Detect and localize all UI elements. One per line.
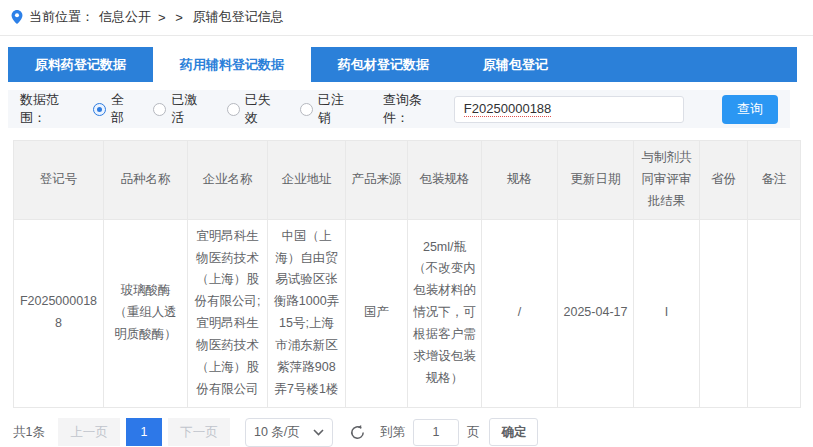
- tab-packaging-material[interactable]: 药包材登记数据: [311, 47, 456, 82]
- header-registration-no: 登记号: [14, 141, 104, 220]
- table-row: F20250000188 玻璃酸酶（重组人透明质酸酶） 宜明昂科生物医药技术（上…: [14, 219, 801, 407]
- goto-page-value: 1: [432, 425, 439, 439]
- query-label: 查询条件：: [383, 91, 446, 127]
- page-unit-label: 页: [467, 424, 480, 441]
- page: 当前位置： 信息公开 > > 原辅包登记信息 原料药登记数据 药用辅料登记数据 …: [0, 0, 813, 447]
- header-company-name: 企业名称: [188, 141, 268, 220]
- goto-label: 到第: [380, 424, 405, 441]
- goto-page-input[interactable]: 1: [413, 419, 459, 446]
- page-size-select[interactable]: 10 条/页: [245, 418, 333, 447]
- cell-province: [700, 219, 748, 407]
- cell-product-name: 玻璃酸酶（重组人透明质酸酶）: [104, 219, 188, 407]
- location-pin-icon: [10, 9, 24, 25]
- tab-raw-material-api[interactable]: 原料药登记数据: [8, 47, 153, 82]
- header-remark: 备注: [748, 141, 801, 220]
- radio-activated-label: 已激活: [171, 91, 208, 127]
- table-header-row: 登记号 品种名称 企业名称 企业地址 产品来源 包装规格 规格 更新日期 与制剂…: [14, 141, 801, 220]
- header-spec: 规格: [482, 141, 558, 220]
- breadcrumb: 当前位置： 信息公开 > > 原辅包登记信息: [0, 0, 813, 36]
- radio-all-label: 全部: [111, 91, 136, 127]
- breadcrumb-separator: > >: [158, 10, 186, 25]
- radio-selected-icon: [93, 103, 106, 116]
- cell-spec: /: [482, 219, 558, 407]
- radio-unselected-icon: [227, 103, 240, 116]
- header-product-name: 品种名称: [104, 141, 188, 220]
- cell-company-name: 宜明昂科生物医药技术（上海）股份有限公司;宜明昂科生物医药技术（上海）股份有限公…: [188, 219, 268, 407]
- radio-expired[interactable]: 已失效: [227, 91, 282, 127]
- pagination-bar: 共1条 上一页 1 下一页 10 条/页 到第 1 页 确定: [13, 418, 800, 447]
- radio-unselected-icon: [300, 103, 313, 116]
- cell-remark: [748, 219, 801, 407]
- header-joint-review-result: 与制剂共同审评审批结果: [634, 141, 700, 220]
- radio-unselected-icon: [153, 103, 166, 116]
- tab-registration[interactable]: 原辅包登记: [456, 47, 575, 82]
- radio-cancelled-label: 已注销: [318, 91, 355, 127]
- header-package-spec: 包装规格: [408, 141, 482, 220]
- page-size-value: 10 条/页: [254, 424, 300, 441]
- chevron-down-icon: [313, 429, 324, 436]
- radio-all[interactable]: 全部: [93, 91, 136, 127]
- radio-cancelled[interactable]: 已注销: [300, 91, 355, 127]
- header-update-date: 更新日期: [558, 141, 634, 220]
- breadcrumb-current: 原辅包登记信息: [193, 8, 284, 26]
- results-table: 登记号 品种名称 企业名称 企业地址 产品来源 包装规格 规格 更新日期 与制剂…: [13, 140, 801, 408]
- radio-activated[interactable]: 已激活: [153, 91, 208, 127]
- header-province: 省份: [700, 141, 748, 220]
- tab-bar: 原料药登记数据 药用辅料登记数据 药包材登记数据 原辅包登记: [8, 47, 797, 82]
- cell-update-date: 2025-04-17: [558, 219, 634, 407]
- tab-excipient[interactable]: 药用辅料登记数据: [153, 47, 311, 82]
- query-input-value: F20250000188: [464, 101, 551, 117]
- cell-joint-review-result: I: [634, 219, 700, 407]
- breadcrumb-label: 当前位置：: [29, 8, 94, 26]
- refresh-icon[interactable]: [349, 424, 366, 441]
- radio-expired-label: 已失效: [245, 91, 282, 127]
- search-button[interactable]: 查询: [722, 95, 778, 124]
- cell-registration-no: F20250000188: [14, 219, 104, 407]
- prev-page-button[interactable]: 上一页: [58, 418, 120, 446]
- next-page-button[interactable]: 下一页: [168, 418, 230, 446]
- header-product-source: 产品来源: [346, 141, 408, 220]
- total-count: 共1条: [13, 424, 45, 441]
- cell-company-address: 中国（上海）自由贸易试验区张衡路1000弄15号;上海市浦东新区紫萍路908弄7…: [268, 219, 346, 407]
- filter-bar: 数据范围： 全部 已激活 已失效 已注销 查询条件： F20250000188 …: [8, 90, 790, 128]
- confirm-button[interactable]: 确定: [489, 418, 538, 446]
- cell-product-source: 国产: [346, 219, 408, 407]
- header-company-address: 企业地址: [268, 141, 346, 220]
- page-number-1[interactable]: 1: [126, 418, 162, 446]
- query-input[interactable]: F20250000188: [454, 96, 684, 123]
- breadcrumb-section[interactable]: 信息公开: [99, 8, 151, 26]
- cell-package-spec: 25ml/瓶（不改变内包装材料的情况下，可根据客户需求增设包装规格）: [408, 219, 482, 407]
- scope-label: 数据范围：: [20, 91, 83, 127]
